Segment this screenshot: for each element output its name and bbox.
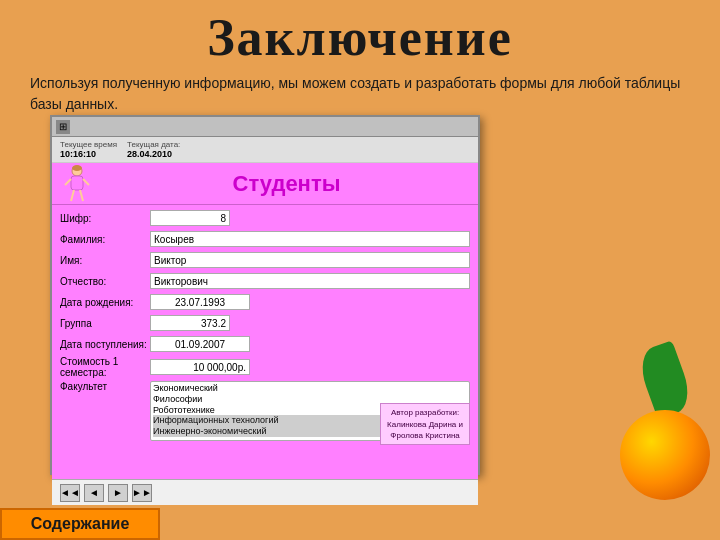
input-shifr[interactable] [150, 210, 230, 226]
input-imya[interactable] [150, 252, 470, 268]
student-figure-icon [60, 165, 95, 203]
label-fakultet: Факультет [60, 381, 150, 392]
label-gruppa: Группа [60, 318, 150, 329]
form-header: Студенты [52, 163, 478, 205]
svg-rect-2 [71, 176, 83, 190]
label-familiya: Фамилия: [60, 234, 150, 245]
label-otchestvo: Отчество: [60, 276, 150, 287]
field-familiya: Фамилия: [60, 230, 470, 248]
orange-decoration [620, 410, 710, 500]
author-line2: Калинкова Дарина и [387, 420, 463, 429]
field-imya: Имя: [60, 251, 470, 269]
field-shifr: Шифр: [60, 209, 470, 227]
nav-prev-button[interactable]: ◄ [84, 484, 104, 502]
date-value: 28.04.2010 [127, 149, 180, 159]
input-stoimost[interactable] [150, 359, 250, 375]
nav-next-button[interactable]: ► [108, 484, 128, 502]
label-imya: Имя: [60, 255, 150, 266]
input-postuplenie[interactable] [150, 336, 250, 352]
bottom-bar-label: Содержание [31, 515, 130, 533]
page-title: Заключение [0, 0, 720, 67]
nav-bar: ◄◄ ◄ ► ►► Автор разработки: Калинкова Да… [52, 479, 478, 505]
label-postuplenie: Дата поступления: [60, 339, 150, 350]
time-label: Текущее время [60, 140, 117, 149]
time-item: Текущее время 10:16:10 [60, 140, 117, 159]
svg-point-1 [72, 165, 82, 171]
input-dob[interactable] [150, 294, 250, 310]
field-dob: Дата рождения: [60, 293, 470, 311]
svg-line-6 [80, 190, 83, 201]
svg-line-4 [83, 179, 89, 185]
field-stoimost: Стоимость 1 семестра: [60, 356, 470, 378]
input-familiya[interactable] [150, 231, 470, 247]
form-window: ⊞ Текущее время 10:16:10 Текущая дата: 2… [50, 115, 480, 475]
window-icon: ⊞ [56, 120, 70, 134]
leaf-decoration [634, 340, 696, 419]
field-gruppa: Группа [60, 314, 470, 332]
time-value: 10:16:10 [60, 149, 117, 159]
author-line3: Фролова Кристина [390, 431, 459, 440]
author-box: Автор разработки: Калинкова Дарина и Фро… [380, 403, 470, 445]
svg-line-5 [71, 190, 74, 201]
author-line1: Автор разработки: [391, 408, 459, 417]
input-gruppa[interactable] [150, 315, 230, 331]
label-stoimost: Стоимость 1 семестра: [60, 356, 150, 378]
input-otchestvo[interactable] [150, 273, 470, 289]
info-bar: Текущее время 10:16:10 Текущая дата: 28.… [52, 137, 478, 163]
nav-first-button[interactable]: ◄◄ [60, 484, 80, 502]
label-dob: Дата рождения: [60, 297, 150, 308]
label-shifr: Шифр: [60, 213, 150, 224]
field-postuplenie: Дата поступления: [60, 335, 470, 353]
field-otchestvo: Отчество: [60, 272, 470, 290]
date-label: Текущая дата: [127, 140, 180, 149]
bottom-bar[interactable]: Содержание [0, 508, 160, 540]
window-titlebar: ⊞ [52, 117, 478, 137]
form-title: Студенты [103, 171, 470, 197]
subtitle-text: Используя полученную информацию, мы може… [0, 67, 720, 121]
nav-last-button[interactable]: ►► [132, 484, 152, 502]
svg-line-3 [65, 179, 71, 185]
date-item: Текущая дата: 28.04.2010 [127, 140, 180, 159]
